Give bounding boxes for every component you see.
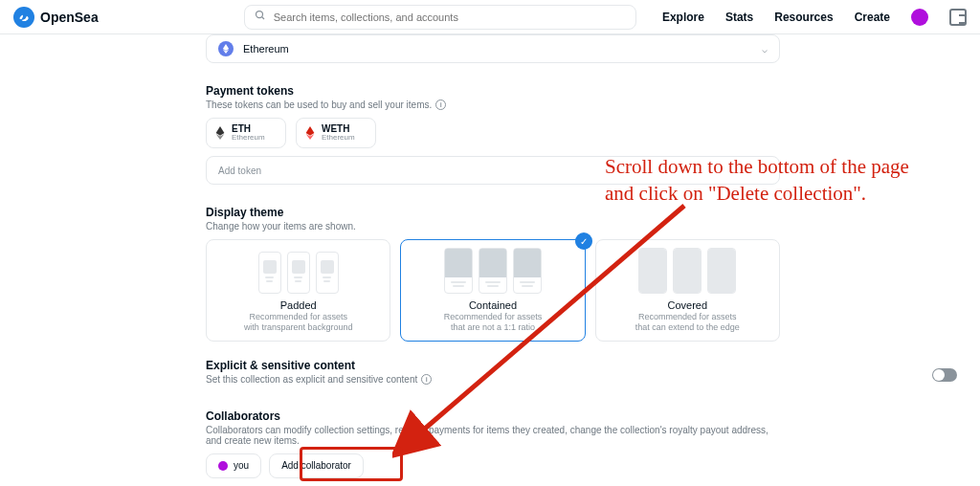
ethereum-icon (218, 41, 234, 56)
chevron-down-icon: ⌵ (762, 44, 768, 55)
svg-line-1 (261, 17, 264, 20)
main-content: Ethereum ⌵ Payment tokens These tokens c… (0, 34, 980, 486)
add-collaborator-button[interactable]: Add collaborator (269, 453, 364, 478)
blockchain-value: Ethereum (243, 43, 289, 55)
selected-check-icon: ✓ (575, 232, 592, 250)
wallet-icon[interactable] (949, 9, 967, 26)
token-network: Ethereum (232, 134, 265, 142)
token-network: Ethereum (322, 134, 355, 142)
theme-name: Covered (606, 299, 769, 311)
collaborator-you[interactable]: you (206, 453, 261, 478)
info-icon[interactable]: i (435, 99, 446, 110)
tokens-row: ETH Ethereum WETH Ethereum (206, 118, 780, 148)
blockchain-select[interactable]: Ethereum ⌵ (206, 34, 780, 63)
annotation-text: Scroll down to the bottom of the page an… (605, 153, 930, 208)
collaborator-you-label: you (234, 460, 249, 471)
payment-tokens-sub-text: These tokens can be used to buy and sell… (206, 99, 432, 110)
nav-right: Explore Stats Resources Create (662, 9, 967, 26)
display-theme-title: Display theme (206, 206, 780, 219)
nav-create[interactable]: Create (855, 11, 890, 24)
theme-option-padded[interactable]: Padded Recommended for assetswith transp… (206, 239, 390, 342)
search-input[interactable] (274, 11, 626, 23)
brand-logo[interactable]: OpenSea (13, 7, 99, 28)
token-card-eth[interactable]: ETH Ethereum (206, 118, 286, 148)
payment-tokens-subtitle: These tokens can be used to buy and sell… (206, 99, 780, 110)
explicit-toggle[interactable] (932, 368, 957, 382)
collaborators-subtitle: Collaborators can modify collection sett… (206, 425, 780, 446)
nav-stats[interactable]: Stats (725, 11, 753, 24)
display-theme-subtitle: Change how your items are shown. (206, 221, 780, 232)
collaborators-row: you Add collaborator (206, 453, 780, 478)
explicit-sub-text: Set this collection as explicit and sens… (206, 374, 417, 385)
themes-row: Padded Recommended for assetswith transp… (206, 239, 780, 342)
theme-desc: Recommended for assetswith transparent b… (216, 312, 380, 333)
explicit-title: Explicit & sensitive content (206, 359, 432, 372)
opensea-logo-icon (13, 7, 34, 28)
svg-point-0 (256, 11, 262, 18)
theme-desc: Recommended for assetsthat can extend to… (606, 312, 769, 333)
profile-avatar-icon[interactable] (911, 9, 928, 26)
top-header: OpenSea Explore Stats Resources Create (0, 0, 980, 34)
collaborators-title: Collaborators (206, 409, 780, 423)
info-icon[interactable]: i (421, 374, 432, 385)
payment-tokens-title: Payment tokens (206, 84, 780, 98)
explicit-content-row: Explicit & sensitive content Set this co… (206, 359, 780, 392)
search-bar[interactable] (244, 5, 636, 30)
token-card-weth[interactable]: WETH Ethereum (296, 118, 376, 148)
theme-name: Padded (216, 299, 380, 311)
nav-resources[interactable]: Resources (774, 11, 833, 24)
brand-name: OpenSea (40, 10, 99, 25)
search-icon (255, 10, 266, 24)
theme-option-covered[interactable]: Covered Recommended for assetsthat can e… (595, 239, 780, 342)
user-avatar-dot-icon (218, 461, 228, 471)
weth-diamond-icon (304, 127, 316, 139)
explicit-subtitle: Set this collection as explicit and sens… (206, 374, 432, 385)
theme-desc: Recommended for assetsthat are not a 1:1… (411, 312, 574, 333)
nav-explore[interactable]: Explore (662, 11, 704, 24)
theme-name: Contained (411, 299, 574, 311)
eth-diamond-icon (214, 127, 226, 139)
theme-option-contained[interactable]: ✓ Contained Recommended for assetsthat a… (400, 239, 585, 342)
